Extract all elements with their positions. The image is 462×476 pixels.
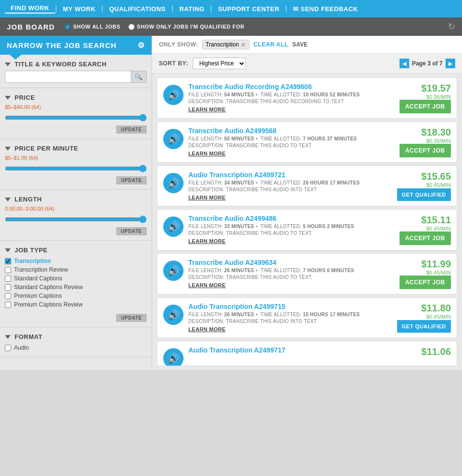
nav-send-feedback[interactable]: ✉ SEND FEEDBACK	[287, 5, 364, 13]
checkbox-transcription-label[interactable]: Transcription	[14, 258, 51, 264]
collapse-icon-ppm	[5, 147, 11, 151]
qualify-button-2[interactable]: GET QUALIFIED	[397, 188, 451, 201]
accept-button-1[interactable]: ACCEPT JOB	[400, 144, 451, 157]
job-title-0[interactable]: Transcribe Audio Recording A2499806	[188, 83, 393, 91]
checkbox-audio-label[interactable]: Audio	[14, 344, 29, 351]
job-price-3: $15.11 $0.45/MIN	[421, 215, 451, 231]
ppm-update-button[interactable]: UPDATE	[116, 176, 147, 184]
nav-qualifications[interactable]: QUALIFICATIONS	[103, 5, 171, 13]
job-title-4[interactable]: Transcribe Audio A2499634	[188, 259, 393, 266]
section-title-keyword-header[interactable]: TITLE & KEYWORD SEARCH	[5, 59, 147, 71]
job-icon-0: 🔊	[163, 85, 184, 105]
checkbox-standard-captions-review: Standard Captions Review	[5, 283, 147, 292]
job-title-3[interactable]: Transcribe Audio A2499486	[188, 215, 393, 222]
section-price-per-minute: PRICE PER MINUTE $0–$1.00 (64) UPDATE	[0, 139, 152, 190]
nav-my-work[interactable]: MY WORK	[57, 5, 102, 13]
job-desc-2: DESCRIPTION: TRANSCRIBE THIS AUDIO INTO …	[188, 187, 392, 192]
checkbox-premium-captions-label[interactable]: Premium Captions	[14, 292, 62, 299]
job-icon-6: 🔊	[163, 348, 184, 366]
job-icon-5: 🔊	[163, 305, 184, 325]
job-title-1[interactable]: Transcribe Audio A2499568	[188, 127, 393, 135]
job-details-5: Audio Transcription A2499715 FILE LENGTH…	[188, 303, 392, 333]
job-card-0: 🔊 Transcribe Audio Recording A2499806 FI…	[157, 77, 457, 119]
section-length-header[interactable]: LENGTH	[5, 194, 147, 206]
radio-show-qualified[interactable]: SHOW ONLY JOBS I'M QUALIFIED FOR	[128, 24, 245, 30]
gear-icon[interactable]: ⚙	[138, 41, 145, 50]
job-price-0: $19.57 $0.36/MIN	[421, 83, 451, 100]
content-area: ONLY SHOW: Transcription ✕ CLEAR ALL SAV…	[152, 36, 462, 370]
job-price-2: $15.65 $0.45/MIN	[421, 171, 451, 188]
price-range-label: $0–$40.00 (64)	[5, 104, 147, 110]
job-details-0: Transcribe Audio Recording A2499806 FILE…	[188, 83, 393, 113]
learn-more-4[interactable]: LEARN MORE	[188, 282, 226, 288]
pagination: ◀ Page 3 of 7 ▶	[400, 59, 455, 68]
keyword-search-input[interactable]	[5, 71, 131, 82]
checkbox-standard-captions: Standard Captions	[5, 274, 147, 283]
nav-find-work[interactable]: FIND WORK	[5, 4, 55, 14]
section-format-header[interactable]: FORMAT	[5, 331, 147, 343]
job-right-2: $15.65 $0.45/MIN GET QUALIFIED	[397, 171, 451, 201]
learn-more-0[interactable]: LEARN MORE	[188, 107, 226, 112]
learn-more-1[interactable]: LEARN MORE	[188, 151, 226, 156]
job-details-6: Audio Transcription A2499717	[188, 346, 393, 361]
refresh-icon[interactable]: ↻	[448, 21, 455, 32]
section-format: FORMAT Audio	[0, 327, 152, 357]
job-type-update-button[interactable]: UPDATE	[116, 314, 147, 322]
accept-button-4[interactable]: ACCEPT JOB	[400, 276, 451, 289]
qualify-button-5[interactable]: GET QUALIFIED	[397, 320, 451, 333]
sort-bar: SORT BY: Highest Price Lowest Price Newe…	[152, 54, 462, 74]
nav-divider-3: |	[171, 4, 173, 13]
learn-more-2[interactable]: LEARN MORE	[188, 195, 226, 200]
filter-tag-remove[interactable]: ✕	[241, 42, 246, 48]
collapse-icon-title	[5, 62, 11, 66]
jobs-list: 🔊 Transcribe Audio Recording A2499806 FI…	[152, 74, 462, 370]
job-details-1: Transcribe Audio A2499568 FILE LENGTH: 5…	[188, 127, 393, 157]
job-right-4: $11.99 $0.45/MIN ACCEPT JOB	[398, 259, 451, 289]
section-price-header[interactable]: PRICE	[5, 92, 147, 104]
collapse-icon-price	[5, 96, 11, 100]
section-job-type-header[interactable]: JOB TYPE	[5, 245, 147, 257]
section-ppm-header[interactable]: PRICE PER MINUTE	[5, 143, 147, 155]
prev-page-button[interactable]: ◀	[400, 59, 409, 68]
save-filter-button[interactable]: SAVE	[292, 41, 308, 48]
length-range-label: 0:00:00–3:00:00 (64)	[5, 206, 147, 212]
length-update-button[interactable]: UPDATE	[116, 227, 147, 235]
radio-show-all[interactable]: SHOW ALL JOBS	[64, 24, 121, 30]
job-card-5: 🔊 Audio Transcription A2499715 FILE LENG…	[157, 297, 457, 338]
job-title-5[interactable]: Audio Transcription A2499715	[188, 303, 392, 310]
next-page-button[interactable]: ▶	[446, 59, 455, 68]
job-desc-1: DESCRIPTION: TRANSCRIBE THIS AUDIO TO TE…	[188, 143, 393, 148]
job-details-3: Transcribe Audio A2499486 FILE LENGTH: 3…	[188, 215, 393, 245]
clear-all-button[interactable]: CLEAR ALL	[253, 41, 288, 48]
job-price-4: $11.99 $0.45/MIN	[421, 259, 451, 276]
section-price: PRICE $0–$40.00 (64) UPDATE	[0, 88, 152, 139]
job-card-6: 🔊 Audio Transcription A2499717 $11.06	[157, 341, 457, 366]
job-card-4: 🔊 Transcribe Audio A2499634 FILE LENGTH:…	[157, 253, 457, 294]
top-nav: FIND WORK | MY WORK | QUALIFICATIONS | R…	[0, 0, 462, 17]
job-price-5: $11.80 $0.45/MIN	[421, 303, 451, 320]
checkbox-transcription-review-label[interactable]: Transcription Review	[14, 266, 68, 273]
accept-button-3[interactable]: ACCEPT JOB	[400, 231, 451, 245]
section-length: LENGTH 0:00:00–3:00:00 (64) UPDATE	[0, 190, 152, 241]
job-title-2[interactable]: Audio Transcription A2499721	[188, 171, 392, 179]
collapse-icon-job-type	[5, 248, 11, 252]
checkbox-premium-captions-review-label[interactable]: Premium Captions Review	[14, 301, 82, 308]
length-range-slider[interactable]	[5, 215, 147, 223]
checkbox-premium-captions: Premium Captions	[5, 292, 147, 300]
nav-rating[interactable]: RATING	[173, 5, 210, 13]
learn-more-3[interactable]: LEARN MORE	[188, 238, 226, 244]
job-title-6[interactable]: Audio Transcription A2499717	[188, 346, 393, 354]
keyword-search-button[interactable]: 🔍	[131, 71, 146, 82]
checkbox-standard-captions-label[interactable]: Standard Captions	[14, 275, 62, 282]
price-update-button[interactable]: UPDATE	[116, 125, 147, 134]
learn-more-5[interactable]: LEARN MORE	[188, 326, 226, 332]
checkbox-transcription: Transcription	[5, 257, 147, 265]
checkbox-standard-captions-review-label[interactable]: Standard Captions Review	[14, 284, 83, 291]
ppm-range-slider[interactable]	[5, 165, 147, 172]
price-range-slider[interactable]	[5, 114, 147, 122]
sort-select[interactable]: Highest Price Lowest Price Newest Oldest	[193, 58, 246, 69]
collapse-icon-length	[5, 198, 11, 201]
nav-support[interactable]: SUPPORT CENTER	[212, 5, 285, 13]
section-title-keyword: TITLE & KEYWORD SEARCH 🔍	[0, 55, 152, 88]
accept-button-0[interactable]: ACCEPT JOB	[400, 100, 451, 113]
